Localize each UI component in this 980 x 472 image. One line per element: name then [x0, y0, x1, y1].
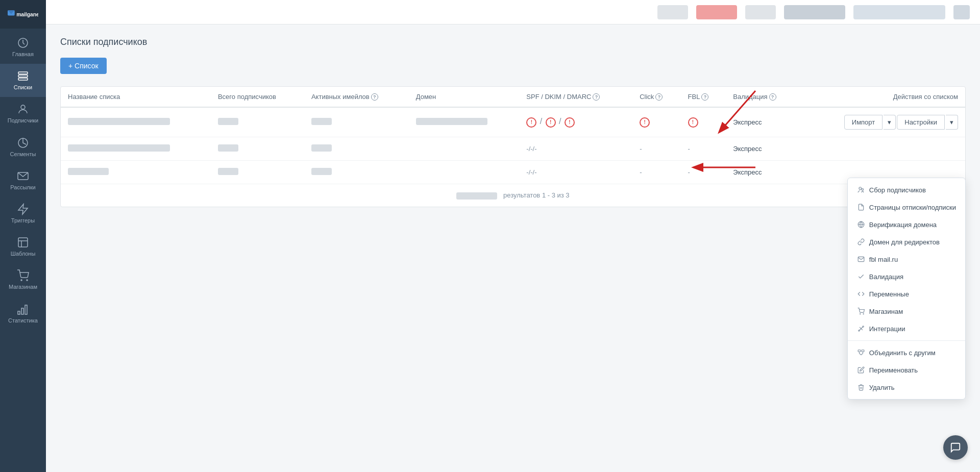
cell-validation-2: Экспресс	[726, 137, 800, 161]
dropdown-item-unsub-pages[interactable]: Страницы отписки/подписки	[848, 198, 965, 216]
blurred-name-3	[68, 168, 109, 175]
blurred-total-2	[218, 144, 238, 152]
th-fbl: FBL ?	[681, 87, 726, 107]
sidebar-item-triggers[interactable]: Триггеры	[0, 197, 46, 230]
dropdown-item-validation[interactable]: Валидация	[848, 268, 965, 285]
th-active-emails: Активных имейлов ?	[304, 87, 409, 107]
sidebar-item-label-templates: Шаблоны	[11, 251, 36, 257]
sidebar: mailganer Главная Списки Подписчики Сегм…	[0, 0, 46, 472]
add-list-button[interactable]: + Список	[60, 58, 107, 74]
users-icon	[857, 186, 865, 194]
sidebar-item-label-shops: Магазинам	[9, 284, 37, 290]
settings-dropdown-menu: Сбор подписчиков Страницы отписки/подпис…	[847, 178, 966, 400]
shop-icon	[857, 307, 865, 315]
dropdown-item-variables[interactable]: Переменные	[848, 285, 965, 303]
cell-validation-3: Экспресс	[726, 161, 800, 184]
content-area: Списки подписчиков + Список Название спи…	[46, 24, 980, 472]
sidebar-item-subscribers[interactable]: Подписчики	[0, 97, 46, 130]
help-icon-active[interactable]: ?	[371, 93, 378, 101]
th-total: Всего подписчиков	[211, 87, 304, 107]
pagination-row: результатов 1 - 3 из 3	[61, 184, 965, 207]
sidebar-item-label-lists: Списки	[14, 84, 33, 91]
dropdown-item-integrations[interactable]: Интеграции	[848, 320, 965, 337]
sidebar-item-home[interactable]: Главная	[0, 31, 46, 64]
settings-button-1[interactable]: Настройки	[897, 115, 945, 130]
svg-rect-28	[862, 350, 864, 352]
cell-validation-1: Экспресс	[726, 107, 800, 137]
cell-click-3: -	[632, 161, 680, 184]
link-icon	[857, 238, 865, 246]
dropdown-item-domain-verify[interactable]: Верификация домена	[848, 216, 965, 233]
th-validation: Валидация ?	[726, 87, 800, 107]
svg-rect-6	[18, 78, 28, 80]
blurred-total-3	[218, 168, 238, 175]
sidebar-item-segments[interactable]: Сегменты	[0, 131, 46, 164]
trash-icon	[857, 383, 865, 391]
blurred-name-1	[68, 118, 170, 125]
dropdown-item-collect[interactable]: Сбор подписчиков	[848, 181, 965, 198]
check-icon	[857, 272, 865, 281]
var-icon	[857, 290, 865, 298]
sidebar-item-label-subscribers: Подписчики	[8, 117, 39, 124]
cell-click-2: -	[632, 137, 680, 161]
svg-rect-11	[18, 238, 28, 247]
sidebar-item-stats[interactable]: Статистика	[0, 297, 46, 330]
sidebar-item-lists[interactable]: Списки	[0, 64, 46, 97]
cell-name-2	[61, 137, 211, 161]
sidebar-item-templates[interactable]: Шаблоны	[0, 230, 46, 263]
actions-row-1: Импорт ▾ Настройки ▾	[807, 115, 958, 130]
svg-point-24	[863, 314, 864, 314]
dropdown-item-redirect-domain[interactable]: Домен для редиректов	[848, 233, 965, 251]
sidebar-item-label-mailings: Рассылки	[10, 184, 35, 191]
sidebar-item-label-home: Главная	[12, 51, 34, 58]
topbar	[46, 0, 980, 24]
svg-point-19	[859, 187, 862, 190]
import-dropdown-1[interactable]: ▾	[884, 115, 896, 130]
chat-button[interactable]	[943, 435, 968, 460]
svg-point-25	[859, 330, 860, 331]
dropdown-item-shops[interactable]: Магазинам	[848, 303, 965, 320]
svg-rect-17	[21, 308, 23, 314]
svg-rect-27	[858, 350, 861, 352]
cell-total-1	[211, 107, 304, 137]
cell-domain-1	[409, 107, 520, 137]
sidebar-item-label-triggers: Триггеры	[11, 217, 35, 224]
main-content: Списки подписчиков + Список Название спи…	[46, 0, 980, 472]
cell-name-1	[61, 107, 211, 137]
svg-point-7	[21, 105, 25, 109]
cell-total-3	[211, 161, 304, 184]
table-header-row: Название списка Всего подписчиков Активн…	[61, 87, 965, 107]
cell-actions-2	[800, 137, 965, 161]
cell-fbl-2: -	[681, 137, 726, 161]
help-icon-fbl[interactable]: ?	[701, 93, 708, 101]
domain-icon	[857, 220, 865, 229]
cell-active-3	[304, 161, 409, 184]
dmarc-status-1: !	[565, 117, 575, 128]
table-row: -/-/- - - Экспресс	[61, 137, 965, 161]
blurred-active-3	[311, 168, 332, 175]
topbar-item-2	[696, 5, 737, 19]
dropdown-item-merge[interactable]: Объединить с другим	[848, 344, 965, 361]
help-icon-click[interactable]: ?	[655, 93, 663, 101]
svg-point-26	[863, 326, 864, 327]
import-button-1[interactable]: Импорт	[844, 115, 883, 130]
blurred-domain-1	[416, 118, 487, 125]
cell-spf-2: -/-/-	[519, 137, 632, 161]
help-icon-spf[interactable]: ?	[593, 93, 600, 101]
topbar-item-3	[745, 5, 776, 19]
dropdown-item-delete[interactable]: Удалить	[848, 379, 965, 396]
th-actions: Действия со списком	[800, 87, 965, 107]
dropdown-item-fbl-mail[interactable]: fbl mail.ru	[848, 251, 965, 268]
sidebar-item-mailings[interactable]: Рассылки	[0, 164, 46, 197]
th-name: Название списка	[61, 87, 211, 107]
topbar-item-6	[953, 5, 970, 19]
spf-status-1: !	[526, 117, 536, 128]
merge-icon	[857, 349, 865, 357]
sidebar-item-shops[interactable]: Магазинам	[0, 263, 46, 296]
cell-fbl-1: !	[681, 107, 726, 137]
dropdown-item-rename[interactable]: Переименовать	[848, 361, 965, 379]
topbar-item-5	[853, 5, 945, 19]
settings-dropdown-1[interactable]: ▾	[946, 115, 958, 130]
help-icon-validation[interactable]: ?	[769, 93, 776, 101]
fbl-icon	[857, 255, 865, 263]
